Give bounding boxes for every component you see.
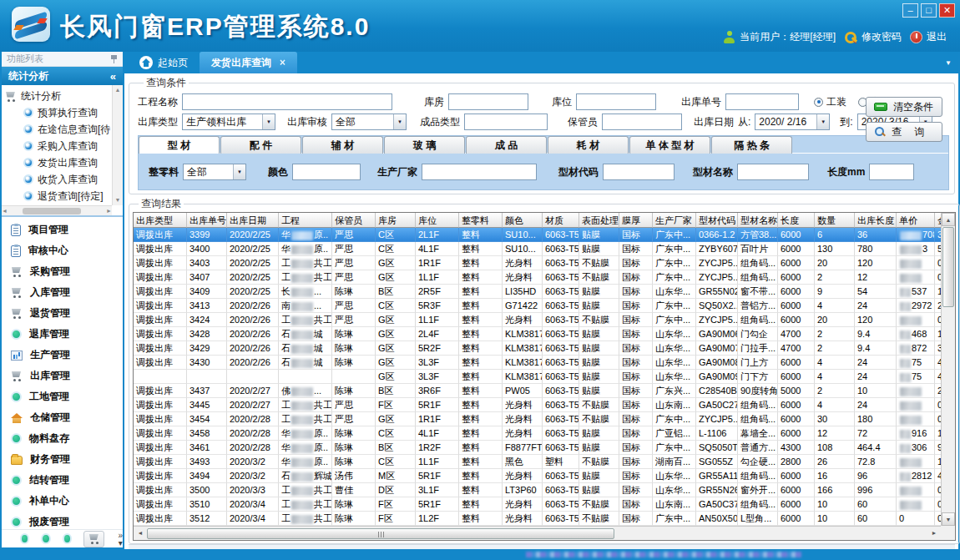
column-header[interactable]: 型材名称	[738, 213, 778, 228]
profile-code-input[interactable]	[603, 164, 675, 180]
tree-item[interactable]: 退货查询[待定]	[5, 188, 112, 204]
scrollbar-thumb[interactable]	[23, 208, 81, 214]
column-header[interactable]: 型材代码	[696, 213, 738, 228]
scroll-up-icon[interactable]: ▲	[942, 213, 955, 226]
table-row[interactable]: 调拨出库34542020/2/28工共工程严思G区1R1F整料光身料6063-T…	[134, 412, 941, 426]
column-header[interactable]: 出库单号	[187, 213, 227, 228]
search-button[interactable]: 查 询	[866, 122, 942, 142]
sidebar-module[interactable]: 仓储管理	[2, 407, 123, 428]
clear-conditions-button[interactable]: 清空条件	[866, 97, 942, 117]
tree-item[interactable]: 发货出库查询	[5, 154, 112, 171]
table-row[interactable]: 调拨出库34582020/2/28华原..陈琳C区4L1F整料光身料6063-T…	[134, 426, 941, 441]
table-row[interactable]: 调拨出库34612020/2/28华原..陈琳B区1R2F整料F8877FT60…	[134, 441, 941, 455]
table-row[interactable]: 调拨出库34092020/2/25长...陈琳B区2R5F整料LI35HD606…	[134, 285, 941, 299]
table-row[interactable]: 调拨出库34292020/2/26石城陈琳G区5R2F整料KLM38176063…	[134, 341, 941, 356]
tree-item[interactable]: 收货入库查询	[5, 171, 112, 188]
column-header[interactable]: 单价	[897, 213, 935, 228]
sidebar-footer-dot[interactable]	[20, 533, 29, 544]
sidebar-module[interactable]: 物料盘存	[2, 428, 123, 449]
sidebar-module[interactable]: 入库管理	[2, 282, 123, 303]
scroll-down-icon[interactable]: ▼	[113, 195, 123, 205]
warehouse-input[interactable]	[448, 93, 528, 110]
table-row[interactable]: 调拨出库34452020/2/27工共工程严思F区5R1F整料光身料6063-T…	[134, 398, 941, 412]
column-header[interactable]: 出库类型	[134, 213, 187, 228]
table-row[interactable]: 调拨出库34132020/2/26南...严思C区5R3F整料G71422606…	[134, 299, 941, 313]
table-row[interactable]: 调拨出库33992020/2/25华原..严思C区2L1F整料SU10...60…	[134, 228, 941, 242]
table-row[interactable]: G区3L3F整料KLM38176063-T5贴膜国标山东华...GA90M09.…	[134, 370, 941, 384]
column-header[interactable]: 长度	[778, 213, 815, 228]
outbound-no-input[interactable]	[725, 93, 799, 110]
factory-input[interactable]	[422, 164, 537, 180]
sidebar-footer-cart-button[interactable]	[83, 531, 104, 547]
table-row[interactable]: 调拨出库34372020/2/27佛...陈琳B区3R6F整料PW056063-…	[134, 384, 941, 398]
close-tab-icon[interactable]: ×	[276, 57, 285, 68]
outbound-type-select[interactable]: 生产领料出库 ▼	[182, 114, 275, 130]
column-header[interactable]: 数量	[815, 213, 855, 228]
column-header[interactable]: 出库长度	[855, 213, 897, 228]
keeper-input[interactable]	[602, 114, 682, 130]
sidebar-module[interactable]: 补单中心	[2, 491, 123, 512]
outbound-audit-select[interactable]: 全部 ▼	[331, 114, 407, 130]
table-row[interactable]: 调拨出库34932020/3/2华原..陈琳C区1L1F整料黑色塑料不贴膜国标湖…	[134, 455, 941, 469]
grid-vertical-scrollbar[interactable]: ▲ ▼	[941, 213, 955, 526]
column-header[interactable]: 库房	[376, 213, 416, 228]
column-header[interactable]: 膜厚	[619, 213, 653, 228]
scroll-right-icon[interactable]: ►	[106, 208, 112, 214]
material-tab[interactable]: 型 材	[139, 136, 220, 154]
part-type-select[interactable]: 全部 ▼	[183, 164, 246, 180]
sidebar-module[interactable]: 财务管理	[2, 449, 123, 470]
collapse-icon[interactable]: «	[110, 70, 116, 83]
project-name-input[interactable]	[182, 93, 392, 110]
scroll-up-icon[interactable]: ▲	[113, 85, 123, 95]
sidebar-module[interactable]: 退库管理	[2, 324, 123, 345]
close-button[interactable]: ✕	[939, 3, 955, 18]
tree-item[interactable]: 在途信息查询[待	[5, 121, 112, 138]
sidebar-footer-more[interactable]: »▾	[118, 532, 123, 547]
sidebar-footer-dot[interactable]	[63, 533, 72, 544]
sidebar-module[interactable]: 工地管理	[2, 386, 123, 407]
sidebar-module[interactable]: 采购管理	[2, 261, 123, 282]
tree-root[interactable]: 统计分析	[5, 88, 112, 104]
column-header[interactable]: 表面处理	[579, 213, 619, 228]
minimize-button[interactable]: –	[902, 3, 918, 18]
table-row[interactable]: 调拨出库35102020/3/4工共工程陈琳F区5R1F整料光身料6063-T5…	[134, 497, 941, 512]
column-header[interactable]: 材质	[543, 213, 579, 228]
date-from-picker[interactable]: 2020/ 2/16 ▼	[755, 114, 830, 130]
tab-home[interactable]: 起始页	[128, 52, 200, 73]
table-row[interactable]: 调拨出库34942020/3/2石辉城汤伟M区5R1F整料光身料6063-T5贴…	[134, 469, 941, 483]
material-tab[interactable]: 单 体 型 材	[629, 136, 710, 154]
table-row[interactable]: 调拨出库34072020/2/25工共工程严思G区1L1F整料光身料6063-T…	[134, 270, 941, 285]
material-tab[interactable]: 配 件	[220, 136, 301, 154]
table-row[interactable]: 调拨出库34302020/2/26石城陈琳G区3L3F整料KLM38176063…	[134, 356, 941, 370]
color-input[interactable]	[292, 164, 361, 180]
material-tab[interactable]: 成 品	[466, 136, 547, 154]
table-row[interactable]: 调拨出库34282020/2/26石城陈琳G区2L4F整料KLM38176063…	[134, 327, 941, 341]
material-tab[interactable]: 玻 璃	[384, 136, 465, 154]
tree-horizontal-scrollbar[interactable]: ◄ ►	[2, 205, 112, 215]
sidebar-module[interactable]: 出库管理	[2, 366, 123, 386]
sidebar-module[interactable]: 退货管理	[2, 303, 123, 324]
material-tab[interactable]: 耗 材	[548, 136, 629, 154]
sidebar-module[interactable]: 生产管理	[2, 345, 123, 366]
product-type-input[interactable]	[464, 114, 548, 130]
scroll-right-icon[interactable]: ►	[927, 527, 941, 540]
profile-name-input[interactable]	[737, 164, 809, 180]
column-header[interactable]: 库位	[416, 213, 459, 228]
column-header[interactable]: 生产厂家	[653, 213, 696, 228]
sidebar-module[interactable]: 审核中心	[2, 240, 123, 261]
column-header[interactable]: 出库日期	[227, 213, 279, 228]
table-row[interactable]: 调拨出库34242020/2/26工共工程严思G区1L1F整料光身料6063-T…	[134, 313, 941, 327]
column-header[interactable]: 颜色	[503, 213, 543, 228]
location-input[interactable]	[576, 93, 656, 110]
sidebar-footer-dot[interactable]	[41, 533, 50, 544]
tree-item[interactable]: 采购入库查询	[5, 138, 112, 154]
scroll-down-icon[interactable]: ▼	[942, 512, 955, 526]
table-row[interactable]: 调拨出库34002020/2/25华原..严思C区4L1F整料SU10...60…	[134, 242, 941, 256]
tab-shipment-outbound-query[interactable]: 发货出库查询 ×	[200, 52, 297, 73]
material-tab[interactable]: 隔 热 条	[711, 136, 792, 154]
sidebar-module[interactable]: 项目管理	[2, 219, 123, 240]
table-row[interactable]: 调拨出库35122020/3/4工共工程陈琳F区1L2F整料光身料6063-T5…	[134, 512, 941, 526]
column-header[interactable]: 工程	[279, 213, 332, 228]
tree-vertical-scrollbar[interactable]: ▲ ▼	[112, 85, 123, 205]
change-password-button[interactable]: 修改密码	[844, 30, 902, 44]
